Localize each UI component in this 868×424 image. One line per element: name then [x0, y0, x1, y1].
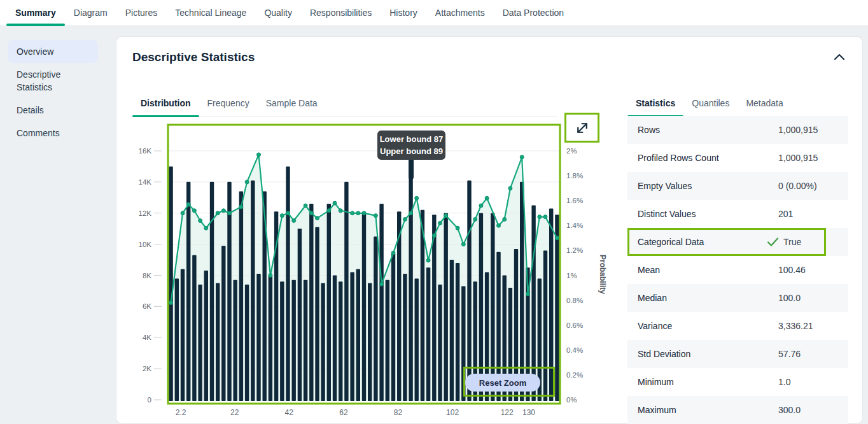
svg-text:1.4%: 1.4%: [566, 222, 583, 229]
svg-text:0.2%: 0.2%: [566, 371, 583, 379]
svg-text:16K: 16K: [139, 147, 152, 155]
svg-text:62: 62: [339, 408, 348, 417]
svg-text:2.2: 2.2: [176, 408, 186, 417]
stat-value-with-check: True: [767, 237, 801, 247]
nav-tab-data-protection[interactable]: Data Protection: [494, 0, 573, 25]
nav-tab-summary[interactable]: Summary: [6, 0, 65, 25]
svg-text:0.4%: 0.4%: [566, 346, 583, 354]
reset-zoom-button[interactable]: Reset Zoom: [465, 374, 540, 392]
stat-row-profiled-rows-count: Profiled Rows Count1,000,915: [627, 144, 848, 172]
nav-tab-pictures[interactable]: Pictures: [116, 0, 167, 25]
expand-chart-button[interactable]: [564, 113, 599, 143]
stats-tab-statistics[interactable]: Statistics: [627, 92, 683, 116]
collapse-section-button[interactable]: [833, 52, 846, 62]
stat-row-minimum: Minimum1.0: [627, 368, 848, 396]
stat-row-empty-values: Empty Values0 (0.00%): [627, 172, 848, 200]
stat-value: 201: [778, 209, 793, 219]
stats-tab-metadata[interactable]: Metadata: [738, 92, 791, 116]
nav-tab-history[interactable]: History: [381, 0, 426, 25]
sidebar-item-overview[interactable]: Overview: [8, 40, 98, 63]
nav-tab-technical-lineage[interactable]: Technical Lineage: [166, 0, 255, 25]
svg-text:8K: 8K: [143, 272, 151, 279]
descriptive-statistics-card: Descriptive Statistics DistributionFrequ…: [116, 36, 863, 424]
chart-tooltip: Lower bound 87 Upper bound 89: [377, 131, 445, 160]
sidebar-item-comments[interactable]: Comments: [8, 122, 98, 145]
svg-text:10K: 10K: [139, 241, 152, 248]
svg-text:82: 82: [394, 408, 403, 417]
svg-text:0.8%: 0.8%: [566, 297, 583, 304]
stat-value: 0 (0.00%): [778, 181, 817, 191]
statistics-table: Rows1,000,915Profiled Rows Count1,000,91…: [627, 116, 848, 424]
stat-label: Empty Values: [627, 181, 692, 191]
stat-label: Rows: [627, 125, 660, 135]
svg-text:2K: 2K: [143, 365, 151, 372]
expand-diagonal-arrows-icon: [572, 118, 592, 138]
svg-text:0%: 0%: [566, 396, 577, 404]
stat-label: Profiled Rows Count: [627, 153, 719, 163]
nav-tab-quality[interactable]: Quality: [255, 0, 301, 25]
svg-text:Probability: Probability: [598, 255, 607, 294]
svg-text:6K: 6K: [143, 302, 151, 310]
stat-row-median: Median100.0: [627, 284, 848, 312]
svg-text:0: 0: [148, 396, 151, 404]
stat-row-mean: Mean100.46: [627, 256, 848, 284]
stat-row-categorical-data: Categorical DataTrue: [627, 228, 848, 256]
svg-text:1%: 1%: [566, 272, 577, 279]
stat-label: Variance: [627, 321, 672, 331]
chart-tab-sample-data[interactable]: Sample Data: [258, 92, 326, 116]
sidebar-item-details[interactable]: Details: [8, 99, 98, 122]
stat-row-distinct-values: Distinct Values201: [627, 200, 848, 228]
stat-row-variance: Variance3,336.21: [627, 312, 848, 340]
stat-value: 3,336.21: [778, 321, 813, 331]
svg-text:1.6%: 1.6%: [566, 197, 583, 204]
svg-text:1.8%: 1.8%: [566, 172, 583, 180]
stat-label: Median: [627, 293, 667, 303]
chart-tab-frequency[interactable]: Frequency: [199, 92, 258, 116]
chart-tabstrip: DistributionFrequencySample Data: [132, 92, 557, 117]
checkmark-icon: [767, 237, 779, 247]
svg-text:42: 42: [285, 408, 294, 417]
svg-text:1.2%: 1.2%: [566, 246, 583, 254]
stats-tabstrip: StatisticsQuantilesMetadata: [627, 92, 848, 117]
svg-text:102: 102: [446, 408, 459, 417]
stat-row-rows: Rows1,000,915: [627, 116, 848, 144]
stat-value: 1,000,915: [778, 153, 818, 163]
svg-text:122: 122: [501, 408, 514, 417]
svg-text:0.6%: 0.6%: [566, 322, 583, 329]
top-nav-tabs: SummaryDiagramPicturesTechnical LineageQ…: [0, 0, 868, 26]
svg-text:2%: 2%: [566, 147, 577, 155]
svg-text:12K: 12K: [139, 209, 152, 217]
stat-row-std-deviation: Std Deviation57.76: [627, 340, 848, 368]
stat-label: Maximum: [627, 405, 676, 415]
tooltip-lower-bound: Lower bound 87: [377, 133, 445, 145]
nav-tab-diagram[interactable]: Diagram: [65, 0, 116, 25]
app-screen: SummaryDiagramPicturesTechnical LineageQ…: [0, 0, 868, 424]
stat-label: Minimum: [627, 377, 674, 387]
stat-value: 100.46: [778, 265, 806, 275]
sidebar: OverviewDescriptive StatisticsDetailsCom…: [8, 40, 98, 145]
stat-value: 300.0: [778, 405, 801, 415]
nav-tab-responsibilities[interactable]: Responsibilities: [301, 0, 381, 25]
svg-text:14K: 14K: [139, 178, 152, 186]
stat-label: Mean: [627, 265, 660, 275]
stat-value: 1,000,915: [778, 125, 818, 135]
stat-row-maximum: Maximum300.0: [627, 396, 848, 424]
tooltip-upper-bound: Upper bound 89: [377, 145, 445, 157]
stats-tab-quantiles[interactable]: Quantiles: [683, 92, 738, 116]
card-title: Descriptive Statistics: [132, 50, 255, 64]
svg-text:22: 22: [230, 408, 239, 417]
stat-label: Categorical Data: [627, 237, 704, 247]
svg-text:4K: 4K: [143, 334, 151, 341]
stat-label: Std Deviation: [627, 349, 690, 359]
chevron-up-icon: [833, 52, 846, 62]
stat-value: 100.0: [778, 293, 801, 303]
stat-value: 1.0: [778, 377, 790, 387]
distribution-chart: 16K14K12K10K8K6K4K2K02%1.8%1.6%1.4%1.2%1…: [132, 118, 616, 423]
sidebar-item-descriptive-statistics[interactable]: Descriptive Statistics: [8, 63, 98, 99]
annotation-box-reset-zoom: Reset Zoom: [463, 367, 555, 397]
stat-value: 57.76: [778, 349, 801, 359]
stat-label: Distinct Values: [627, 209, 696, 219]
svg-text:130: 130: [522, 408, 535, 417]
nav-tab-attachments[interactable]: Attachments: [426, 0, 494, 25]
chart-tab-distribution[interactable]: Distribution: [132, 92, 199, 116]
